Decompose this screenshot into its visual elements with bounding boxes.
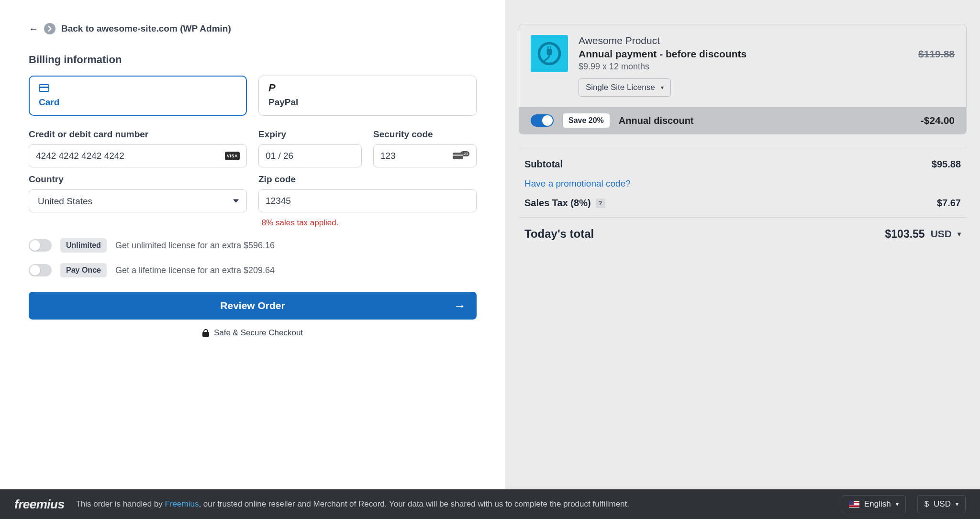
lifetime-badge: Pay Once: [60, 263, 107, 277]
currency-select[interactable]: $ USD ▾: [917, 495, 966, 513]
price-label: Annual payment - before discounts: [579, 48, 746, 60]
order-summary-card: Awesome Product Annual payment - before …: [519, 24, 967, 134]
price-breakdown: $9.99 x 12 months: [579, 62, 955, 72]
chevron-down-icon[interactable]: ▾: [958, 230, 961, 238]
step-indicator-icon: [44, 23, 56, 34]
discount-label: Annual discount: [619, 115, 912, 126]
tab-card-label: Card: [39, 97, 237, 108]
flag-us-icon: [849, 501, 859, 508]
arrow-left-icon: ←: [29, 23, 38, 34]
chevron-down-icon: ▾: [661, 84, 664, 91]
paypal-icon: P: [268, 83, 276, 93]
unlimited-badge: Unlimited: [60, 238, 107, 253]
tab-paypal[interactable]: P PayPal: [258, 76, 477, 116]
help-icon[interactable]: ?: [596, 199, 605, 208]
cvv-label: Security code: [373, 129, 477, 140]
credit-card-icon: [39, 84, 49, 92]
card-number-label: Credit or debit card number: [29, 129, 247, 140]
review-order-label: Review Order: [220, 300, 285, 311]
expiry-input[interactable]: [266, 151, 355, 161]
discount-amount: -$24.00: [921, 115, 955, 126]
brand-logo: freemius: [14, 497, 64, 512]
card-brand-badge: VISA: [225, 152, 240, 160]
country-select[interactable]: United States: [36, 196, 240, 207]
country-label: Country: [29, 174, 247, 185]
price-original: $119.88: [918, 48, 955, 60]
billing-title: Billing information: [29, 54, 477, 66]
zip-input[interactable]: [266, 196, 469, 206]
card-number-input[interactable]: [36, 151, 225, 161]
lifetime-toggle[interactable]: [29, 264, 52, 276]
review-order-button[interactable]: Review Order →: [29, 292, 477, 320]
svg-rect-1: [547, 49, 552, 55]
total-label: Today's total: [524, 227, 594, 241]
tax-label: Sales Tax (8%): [524, 198, 591, 209]
product-icon: [531, 35, 568, 72]
license-select[interactable]: Single Site License ▾: [579, 78, 671, 97]
footer: freemius This order is handled by Freemi…: [0, 489, 980, 519]
chevron-down-icon: ▾: [896, 501, 899, 508]
currency-symbol: $: [924, 499, 929, 509]
total-currency: USD: [931, 228, 952, 240]
subtotal-label: Subtotal: [524, 159, 563, 170]
arrow-right-icon: →: [454, 298, 466, 313]
tax-note: 8% sales tax applied.: [262, 218, 477, 228]
product-name: Awesome Product: [579, 35, 955, 46]
secure-text: Safe & Secure Checkout: [214, 328, 303, 338]
promo-code-link[interactable]: Have a promotional code?: [519, 178, 967, 189]
language-select[interactable]: English ▾: [842, 495, 906, 513]
save-badge: Save 20%: [562, 113, 610, 128]
language-label: English: [864, 499, 891, 509]
tab-paypal-label: PayPal: [268, 97, 467, 108]
currency-label: USD: [934, 499, 951, 509]
footer-msg-pre: This order is handled by: [76, 499, 165, 508]
svg-rect-3: [550, 46, 551, 49]
total-value: $103.55: [885, 228, 925, 241]
footer-msg-post: , our trusted online reseller and Mercha…: [199, 499, 629, 508]
chevron-down-icon: ▾: [956, 501, 958, 508]
cvv-icon: 123: [453, 153, 469, 159]
tab-card[interactable]: Card: [29, 76, 247, 116]
unlimited-text: Get unlimited license for an extra $596.…: [115, 241, 275, 251]
lock-icon: [202, 329, 209, 337]
subtotal-value: $95.88: [932, 159, 961, 170]
zip-label: Zip code: [258, 174, 477, 185]
back-link-text: Back to awesome-site.com (WP Admin): [61, 23, 231, 34]
lifetime-text: Get a lifetime license for an extra $209…: [115, 265, 275, 276]
tax-value: $7.67: [937, 198, 961, 209]
footer-brand-link[interactable]: Freemius: [165, 499, 199, 508]
unlimited-toggle[interactable]: [29, 239, 52, 252]
cvv-input[interactable]: [380, 151, 453, 161]
expiry-label: Expiry: [258, 129, 362, 140]
annual-discount-toggle[interactable]: [531, 114, 554, 127]
svg-rect-2: [547, 46, 548, 49]
back-navigation[interactable]: ← Back to awesome-site.com (WP Admin): [29, 23, 477, 34]
license-select-label: Single Site License: [586, 83, 655, 92]
